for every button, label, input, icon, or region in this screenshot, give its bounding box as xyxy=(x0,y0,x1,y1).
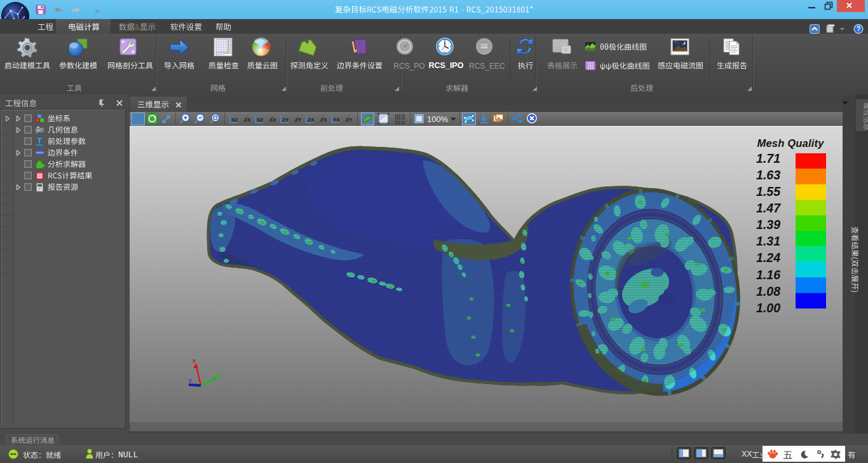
svg-text:XZ: XZ xyxy=(257,117,263,123)
svg-text:ZX: ZX xyxy=(320,117,327,123)
svg-text:ZX: ZX xyxy=(308,117,315,123)
svg-text:ZX: ZX xyxy=(244,117,251,123)
svg-text:XZ: XZ xyxy=(231,117,238,123)
svg-text:y: y xyxy=(219,370,222,377)
svg-text:ZX: ZX xyxy=(269,117,276,123)
svg-text:ZY: ZY xyxy=(295,117,302,123)
svg-text:YX: YX xyxy=(333,117,340,123)
svg-text:ZY: ZY xyxy=(346,117,353,123)
svg-text:x: x xyxy=(193,357,196,364)
svg-text:z: z xyxy=(189,377,192,384)
svg-text:?: ? xyxy=(857,25,860,32)
svg-text:ZY: ZY xyxy=(282,117,289,123)
svg-text:100%: 100% xyxy=(427,114,449,124)
